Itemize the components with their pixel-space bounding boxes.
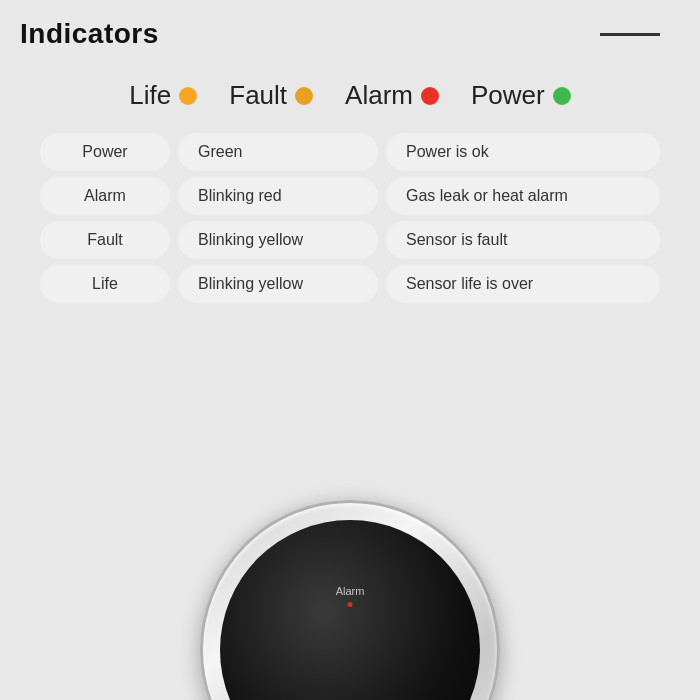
table-row: Alarm Blinking red Gas leak or heat alar… — [40, 177, 660, 215]
device-outer-ring: Alarm Fault Power Life — [200, 500, 500, 700]
table-row: Fault Blinking yellow Sensor is fault — [40, 221, 660, 259]
legend-label-power: Power — [471, 80, 545, 111]
cell-name-life: Life — [40, 265, 170, 303]
table-row: Power Green Power is ok — [40, 133, 660, 171]
legend-label-fault: Fault — [229, 80, 287, 111]
cell-indicator-life: Blinking yellow — [178, 265, 378, 303]
cell-indicator-alarm: Blinking red — [178, 177, 378, 215]
device-alarm-label: Alarm — [336, 585, 365, 597]
indicators-table: Power Green Power is ok Alarm Blinking r… — [0, 133, 700, 303]
cell-description-life: Sensor life is over — [386, 265, 660, 303]
table-row: Life Blinking yellow Sensor life is over — [40, 265, 660, 303]
page-title: Indicators — [20, 18, 159, 50]
cell-description-power: Power is ok — [386, 133, 660, 171]
header: Indicators — [0, 0, 700, 60]
legend-item-alarm: Alarm — [345, 80, 439, 111]
legend-item-power: Power — [471, 80, 571, 111]
legend-dot-life — [179, 87, 197, 105]
device-inner: Alarm Fault Power Life — [220, 520, 480, 700]
legend-label-life: Life — [129, 80, 171, 111]
legend-label-alarm: Alarm — [345, 80, 413, 111]
legend-item-fault: Fault — [229, 80, 313, 111]
legend-item-life: Life — [129, 80, 197, 111]
legend-dot-alarm — [421, 87, 439, 105]
cell-indicator-power: Green — [178, 133, 378, 171]
header-line — [600, 33, 660, 36]
page: Indicators Life Fault Alarm Power Power — [0, 0, 700, 700]
cell-name-power: Power — [40, 133, 170, 171]
legend-dot-power — [553, 87, 571, 105]
legend-row: Life Fault Alarm Power — [0, 60, 700, 129]
cell-description-fault: Sensor is fault — [386, 221, 660, 259]
device-illustration: Alarm Fault Power Life — [190, 500, 510, 700]
cell-name-fault: Fault — [40, 221, 170, 259]
cell-name-alarm: Alarm — [40, 177, 170, 215]
device-alarm-dot — [348, 602, 353, 607]
cell-indicator-fault: Blinking yellow — [178, 221, 378, 259]
legend-dot-fault — [295, 87, 313, 105]
cell-description-alarm: Gas leak or heat alarm — [386, 177, 660, 215]
